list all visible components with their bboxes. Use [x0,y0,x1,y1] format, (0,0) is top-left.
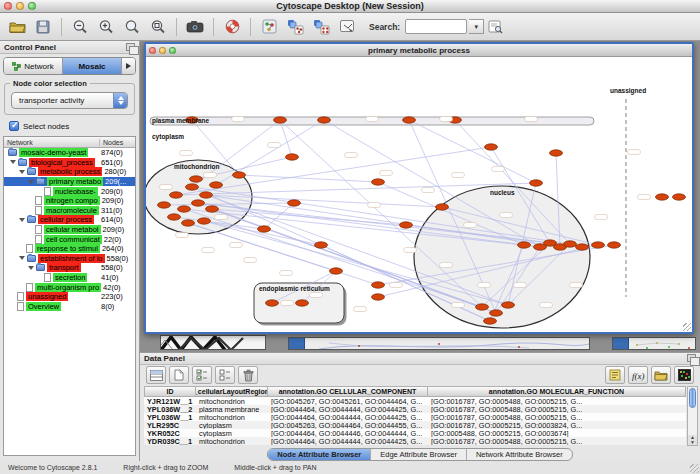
table-row[interactable]: YJR121W__1mitochondrion[GO:0045267, GO:0… [144,397,686,405]
network-node[interactable] [330,268,343,274]
network-node[interactable] [518,242,531,248]
expand-arrow-icon[interactable] [19,170,25,174]
network-node[interactable] [576,244,589,250]
tree-row[interactable]: multi-organism pro42(0) [4,282,135,292]
tree-row[interactable]: metabolic process280(0) [4,167,135,177]
snapshot-button[interactable] [183,16,207,38]
tree-row[interactable]: macromolecule311(0) [4,206,135,216]
help-button[interactable] [220,16,244,38]
network-node[interactable] [318,117,331,123]
network-node[interactable] [206,206,219,212]
network-node[interactable] [182,220,195,226]
delete-attribute-button[interactable] [238,366,258,384]
matrix-view-button[interactable] [674,366,694,384]
expand-arrow-icon[interactable] [19,256,25,260]
table-row[interactable]: YKR052Ccytoplasm[GO:0044464, GO:0044446,… [144,429,686,437]
network-node[interactable] [158,202,171,208]
network-node[interactable] [200,192,213,198]
network-node[interactable] [484,318,497,324]
network-node[interactable] [286,154,299,160]
tab-network[interactable]: Network [4,58,63,74]
tree-row[interactable]: establishment of lo558(0) [4,254,135,264]
tree-row[interactable]: primary metabo209(... [4,177,135,187]
scrollbar-arrows-icon[interactable]: ▲▼ [688,435,697,445]
table-row[interactable]: YLR295Ccytoplasm[GO:0045263, GO:0044464,… [144,421,686,429]
table-row[interactable]: YPL036W__2plasma membrane[GO:0044464, GO… [144,405,686,413]
network-node[interactable] [186,184,199,190]
network-node[interactable] [296,300,309,306]
network-node[interactable] [210,182,223,188]
column-header[interactable]: annotation.GO CELLULAR_COMPONENT [268,386,428,397]
save-session-button[interactable] [31,16,55,38]
network-node[interactable] [490,310,503,316]
tree-row[interactable]: secretion41(0) [4,273,135,283]
tab-network-attribute-browser[interactable]: Network Attribute Browser [467,449,572,460]
expand-arrow-icon[interactable] [10,160,16,164]
window-resize-grip[interactable] [690,464,699,473]
network-node[interactable] [258,226,271,232]
new-network-from-all-button[interactable] [309,16,333,38]
network-node[interactable] [564,241,577,247]
tab-node-attribute-browser[interactable]: Node Attribute Browser [268,449,371,460]
background-window[interactable] [160,335,266,350]
network-node[interactable] [608,242,621,248]
new-attribute-button[interactable] [169,366,189,384]
background-window[interactable] [612,337,696,350]
node-color-dropdown[interactable]: transporter activity [11,92,128,109]
tree-row[interactable]: biological_process651(0) [4,158,135,168]
open-session-button[interactable] [5,16,29,38]
vizmapper-button[interactable] [257,16,281,38]
network-node[interactable] [178,206,191,212]
zoom-fit-button[interactable] [120,16,144,38]
tab-edge-attribute-browser[interactable]: Edge Attribute Browser [371,449,467,460]
network-node[interactable] [198,218,211,224]
zoom-out-button[interactable] [68,16,92,38]
table-scrollbar[interactable]: ▲▼ [687,386,698,446]
network-node[interactable] [400,222,413,228]
network-node[interactable] [233,172,246,178]
network-node[interactable] [274,117,287,123]
column-header[interactable]: _cellularLayoutRegion [196,386,268,397]
select-nodes-checkbox[interactable] [9,121,19,131]
network-node[interactable] [168,214,181,220]
float-data-panel-icon[interactable] [687,354,696,362]
tree-row[interactable]: transport558(0) [4,263,135,273]
select-attributes-button[interactable] [192,366,212,384]
expand-arrow-icon[interactable] [28,180,34,184]
attribute-table-button[interactable] [146,366,166,384]
network-node[interactable] [673,194,686,200]
float-panel-icon[interactable] [126,43,135,51]
zoom-in-button[interactable] [94,16,118,38]
network-node[interactable] [436,204,449,210]
tree-row[interactable]: cellular metabol209(0) [4,225,135,235]
network-node[interactable] [592,242,605,248]
network-node[interactable] [550,150,563,156]
network-node[interactable] [192,200,205,206]
column-header[interactable]: ID [144,386,196,397]
tree-row[interactable]: mosaic-demo-yeast874(0) [4,148,135,158]
network-node[interactable] [530,180,543,186]
column-header[interactable]: annotation.GO MOLECULAR_FUNCTION [428,386,686,397]
network-node[interactable] [315,242,328,248]
background-window[interactable] [288,337,590,350]
tree-row[interactable]: cellular process614(0) [4,215,135,225]
network-node[interactable] [656,194,669,200]
table-row[interactable]: YPL036W__1mitochondrion[GO:0044464, GO:0… [144,413,686,421]
search-input[interactable] [405,19,467,34]
more-tabs-button[interactable] [122,58,135,74]
scrollbar-thumb[interactable] [689,388,696,408]
formula-builder-button[interactable]: f(x) [628,366,648,384]
unselect-attributes-button[interactable] [215,366,235,384]
expand-arrow-icon[interactable] [19,218,25,222]
search-config-button[interactable] [486,16,504,38]
network-node[interactable] [372,294,385,300]
network-node[interactable] [372,282,385,288]
tree-row[interactable]: Overview8(0) [4,302,135,312]
tree-row[interactable]: nitrogen compo209(0) [4,196,135,206]
network-node[interactable] [190,176,203,182]
network-node[interactable] [502,302,515,308]
network-node[interactable] [476,304,489,310]
network-node[interactable] [266,300,279,306]
network-node[interactable] [170,192,183,198]
network-canvas[interactable]: plasma membranecytoplasmmitochondrionnuc… [146,57,692,332]
